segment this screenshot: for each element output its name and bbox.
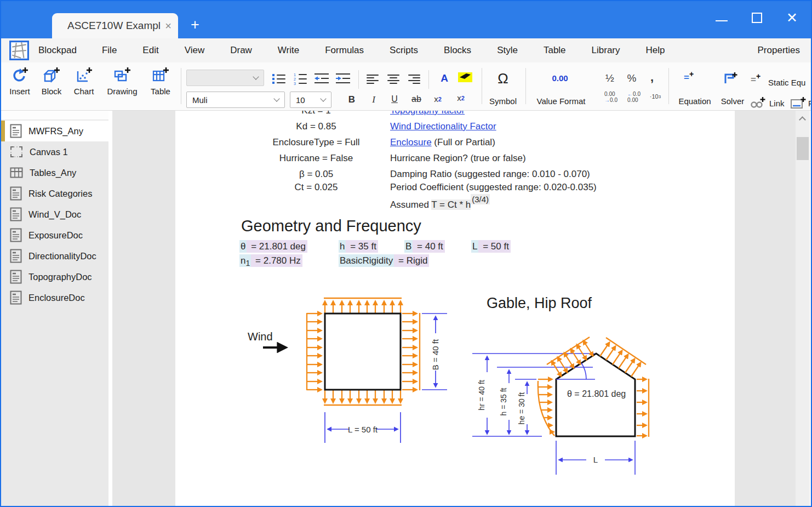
solver-button[interactable]: Solver xyxy=(717,96,748,106)
scroll-up-icon[interactable] xyxy=(799,116,806,123)
table-icon xyxy=(151,67,170,84)
enclosure-link[interactable]: Enclosure xyxy=(390,137,432,147)
menu-blocks[interactable]: Blocks xyxy=(444,45,471,56)
font-color-button[interactable]: A xyxy=(437,71,451,86)
decrease-decimal-button[interactable]: ←0.00.00 xyxy=(624,91,644,103)
highlight-button[interactable] xyxy=(458,72,472,82)
field-button[interactable]: F xyxy=(808,99,812,108)
menu-help[interactable]: Help xyxy=(646,45,665,56)
style-dropdown[interactable] xyxy=(186,70,264,86)
var-l[interactable]: L = 50 ft xyxy=(471,241,511,252)
brand-label[interactable]: Blockpad xyxy=(38,45,77,56)
menu-table[interactable]: Table xyxy=(544,45,566,56)
assumed-expression: T = Ct * h xyxy=(431,200,471,210)
maximize-icon[interactable] xyxy=(752,13,762,23)
scientific-format-button[interactable]: ·103 xyxy=(647,93,664,100)
dim-b-label: B = 40 ft xyxy=(431,339,440,370)
blockpad-logo-icon xyxy=(9,41,30,60)
underline-button[interactable]: U xyxy=(389,94,400,104)
menu-edit[interactable]: Edit xyxy=(142,45,158,56)
menu-write[interactable]: Write xyxy=(278,45,299,56)
formula-value[interactable]: Ct = 0.025 xyxy=(237,182,396,193)
chart-button[interactable]: Chart xyxy=(69,67,99,96)
menu-file[interactable]: File xyxy=(102,45,117,56)
static-equation-button[interactable]: Static Equ xyxy=(768,78,805,87)
dim-he-label: he = 30 ft xyxy=(517,392,526,425)
superscript-button[interactable]: x2 xyxy=(454,93,468,102)
menu-style[interactable]: Style xyxy=(497,45,518,56)
new-tab-button[interactable]: + xyxy=(191,18,199,32)
table-button[interactable]: Table xyxy=(145,67,176,96)
equation-icon: =+ xyxy=(684,72,694,83)
menu-formulas[interactable]: Formulas xyxy=(325,45,364,56)
formula-value[interactable]: Kzt = 1 xyxy=(237,111,396,116)
subscript-button[interactable]: x2 xyxy=(431,94,445,104)
sidebar-item-directionality-doc[interactable]: DirectionalityDoc xyxy=(1,246,108,266)
align-right-button[interactable] xyxy=(408,72,421,86)
topography-factor-link[interactable]: Topography factor xyxy=(390,111,465,116)
equation-button[interactable]: Equation xyxy=(674,96,716,106)
bullet-list-button[interactable] xyxy=(272,72,286,86)
increase-indent-button[interactable] xyxy=(335,71,351,86)
percent-format-button[interactable]: % xyxy=(625,72,639,84)
comma-format-button[interactable]: , xyxy=(648,70,656,84)
menu-properties[interactable]: Properties xyxy=(758,45,800,56)
sidebar-item-topography-doc[interactable]: TopographyDoc xyxy=(1,266,108,287)
scrollbar-thumb[interactable] xyxy=(797,137,809,160)
drawing-button[interactable]: Drawing xyxy=(102,67,142,96)
sidebar-item-canvas-1[interactable]: Canvas 1 xyxy=(1,141,108,162)
document-icon xyxy=(10,228,22,242)
var-n1[interactable]: n1 = 2.780 Hz xyxy=(239,255,302,267)
menu-draw[interactable]: Draw xyxy=(230,45,252,56)
formula-value[interactable]: Hurricane = False xyxy=(237,153,396,164)
minimize-icon[interactable] xyxy=(716,20,728,21)
document-tab[interactable]: ASCE710W Exampl... × xyxy=(52,13,178,38)
link-button[interactable]: Link xyxy=(769,99,785,108)
var-rigidity[interactable]: BasicRigidity = Rigid xyxy=(339,255,429,266)
align-center-button[interactable] xyxy=(387,72,400,86)
decrease-indent-button[interactable] xyxy=(313,71,330,86)
title-bar: ASCE710W Exampl... × + ✕ xyxy=(1,1,811,38)
block-button[interactable]: Block xyxy=(37,67,66,96)
insert-button[interactable]: Insert xyxy=(5,67,34,96)
roof-diagram-title: Gable, Hip Roof xyxy=(487,295,592,312)
sidebar-item-enclosure-doc[interactable]: EnclosureDoc xyxy=(1,287,108,308)
formula-value[interactable]: EnclosureType = Full xyxy=(237,137,396,148)
table-icon xyxy=(10,167,23,179)
increase-decimal-button[interactable]: 0.00→0.0 xyxy=(601,91,621,103)
fraction-format-button[interactable]: ½ xyxy=(603,72,617,84)
menu-library[interactable]: Library xyxy=(592,45,620,56)
var-h[interactable]: h = 35 ft xyxy=(339,241,378,252)
var-theta[interactable]: θ = 21.801 deg xyxy=(239,241,307,252)
var-b[interactable]: B = 40 ft xyxy=(404,241,445,252)
document-page[interactable]: Kzt = 1 Topography factor Kd = 0.85 Wind… xyxy=(175,111,735,506)
font-size-dropdown[interactable]: 10 xyxy=(290,92,331,108)
wind-directionality-link[interactable]: Wind Directionality Factor xyxy=(390,121,496,132)
symbol-button[interactable]: Symbol xyxy=(484,96,522,106)
font-name-dropdown[interactable]: Muli xyxy=(186,92,285,108)
numbered-list-button[interactable]: 123 xyxy=(293,72,307,86)
sidebar-item-tables-any[interactable]: Tables_Any xyxy=(1,162,108,183)
menu-scripts[interactable]: Scripts xyxy=(390,45,418,56)
bold-button[interactable]: B xyxy=(346,94,357,105)
vertical-scrollbar[interactable] xyxy=(796,111,810,506)
formula-value[interactable]: β = 0.05 xyxy=(237,169,396,180)
dim-h-label: h = 35 ft xyxy=(499,388,508,415)
sidebar-item-wind-v-doc[interactable]: Wind_V_Doc xyxy=(1,204,108,225)
font-size-value: 10 xyxy=(296,95,305,105)
tab-close-icon[interactable]: × xyxy=(165,20,171,32)
close-icon[interactable]: ✕ xyxy=(786,11,798,25)
sidebar-item-mwfrs-any[interactable]: MWFRS_Any xyxy=(1,121,108,141)
align-left-button[interactable] xyxy=(366,72,379,86)
value-format-icon: 0.00 xyxy=(544,73,576,83)
plan-wind-diagram: Wind B = 40 ft L = 50 ft xyxy=(242,287,456,452)
value-format-button[interactable]: Value Format xyxy=(529,96,593,106)
italic-button[interactable]: I xyxy=(369,94,378,105)
app-window: ASCE710W Exampl... × + ✕ Blockpad File E… xyxy=(0,0,812,507)
formula-value[interactable]: Kd = 0.85 xyxy=(237,121,396,132)
sidebar-item-exposure-doc[interactable]: ExposureDoc xyxy=(1,225,108,246)
menu-view[interactable]: View xyxy=(185,45,205,56)
sidebar-item-risk-categories[interactable]: Risk Categories xyxy=(1,183,108,204)
strikethrough-button[interactable]: ab xyxy=(409,94,424,104)
document-icon xyxy=(10,249,22,263)
